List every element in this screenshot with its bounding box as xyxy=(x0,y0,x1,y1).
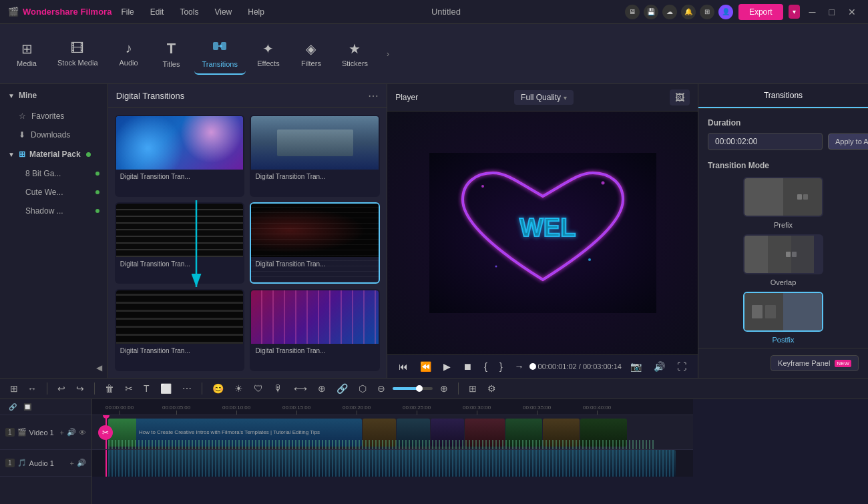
toolbar-effects[interactable]: ✦ Effects xyxy=(248,35,288,73)
toolbar-media[interactable]: ⊞ Media xyxy=(7,35,47,73)
step-back-button[interactable]: ⏪ xyxy=(417,359,435,374)
sidebar-downloads[interactable]: ⬇ Downloads xyxy=(0,125,107,144)
toolbar-transitions[interactable]: Transitions xyxy=(194,33,246,75)
menu-file[interactable]: File xyxy=(118,6,136,18)
transition-card-2[interactable]: Digital Transition Tran... xyxy=(250,115,380,197)
notification-icon[interactable]: 🔔 xyxy=(681,5,696,19)
postfix-label: Postfix xyxy=(772,336,794,344)
connect-button[interactable]: ⟷ xyxy=(290,381,310,396)
fullscreen-button[interactable]: ⛶ xyxy=(674,359,690,374)
crop-button[interactable]: ⬜ xyxy=(157,381,175,396)
video-add-button[interactable]: + xyxy=(60,428,64,437)
transition-card-1[interactable]: Digital Transition Tran... xyxy=(115,115,245,197)
mode-overlap[interactable]: Overlap xyxy=(708,234,859,286)
toolbar-stickers[interactable]: ★ Stickers xyxy=(334,35,376,73)
undo-button[interactable]: ↩ xyxy=(54,381,69,396)
audio-track-icon: 🎵 xyxy=(17,459,27,467)
mode-postfix[interactable]: Postfix xyxy=(708,292,859,344)
redo-button[interactable]: ↪ xyxy=(73,381,87,396)
video-eye-button[interactable]: 👁 xyxy=(79,428,86,437)
sidebar-shadow[interactable]: Shadow ... xyxy=(0,202,107,220)
close-button[interactable]: ✕ xyxy=(844,5,860,19)
split-button[interactable]: ⊕ xyxy=(314,381,329,396)
stop-button[interactable]: ⏹ xyxy=(459,359,475,374)
grid-icon[interactable]: ⊞ xyxy=(700,5,714,19)
insert-button[interactable]: → xyxy=(511,359,527,374)
mic-button[interactable]: 🎙 xyxy=(270,381,286,396)
menu-help[interactable]: Help xyxy=(245,6,267,18)
transition-card-4[interactable]: Digital Transition Tran... xyxy=(250,202,380,284)
minimize-button[interactable]: ─ xyxy=(805,5,820,19)
monitor-icon[interactable]: 🖥 xyxy=(625,5,640,19)
mine-chevron: ▼ xyxy=(8,92,15,99)
emoji-button[interactable]: 😊 xyxy=(209,381,227,396)
sidebar-cute[interactable]: Cute We... xyxy=(0,183,107,202)
toolbar-stock-media[interactable]: 🎞 Stock Media xyxy=(49,35,106,72)
play-button[interactable]: ▶ xyxy=(440,359,454,374)
sun-button[interactable]: ☀ xyxy=(231,381,246,396)
menu-view[interactable]: View xyxy=(212,6,234,18)
frame-button[interactable]: ⬡ xyxy=(355,381,370,396)
sidebar-mine-section[interactable]: ▼ Mine xyxy=(0,84,107,107)
titlebar: 🎬 Wondershare Filmora File Edit Tools Vi… xyxy=(0,0,868,24)
toolbar-titles[interactable]: T Titles xyxy=(152,35,192,73)
grid-view-button[interactable]: ⊞ xyxy=(465,381,480,396)
audio-add-button[interactable]: + xyxy=(70,459,74,467)
mark-in-button[interactable]: { xyxy=(481,359,491,374)
cloud-icon[interactable]: ☁ xyxy=(662,5,677,19)
sidebar-favorites[interactable]: ☆ Favorites xyxy=(0,107,107,125)
preview-screenshot-btn[interactable]: 🖼 xyxy=(670,89,690,105)
delete-button[interactable]: 🗑 xyxy=(101,381,118,396)
mode-prefix[interactable]: Prefix xyxy=(708,177,859,229)
transition-card-5[interactable]: Digital Transition Tran... xyxy=(115,289,245,371)
minus-speed[interactable]: ⊖ xyxy=(374,381,389,396)
sidebar-material-pack[interactable]: ▼ ⊞ Material Pack xyxy=(0,144,107,164)
apply-all-button[interactable]: Apply to All xyxy=(828,134,868,150)
toolbar-audio[interactable]: ♪ Audio xyxy=(109,35,149,72)
audio-stretch-button[interactable]: ↔ xyxy=(24,381,40,396)
scenes-button[interactable]: ⊞ xyxy=(7,381,21,396)
magnet-button[interactable]: 🔲 xyxy=(20,401,35,413)
tab-transitions[interactable]: Transitions xyxy=(698,84,868,108)
duration-input[interactable] xyxy=(708,133,823,150)
snap-button[interactable]: 🔗 xyxy=(5,401,20,413)
video-track-number: 1 xyxy=(5,428,15,437)
cut-button[interactable]: ✂ xyxy=(122,381,136,396)
settings-button[interactable]: ⚙ xyxy=(484,381,499,396)
transitions-more-button[interactable]: ⋯ xyxy=(368,89,379,102)
plus-speed[interactable]: ⊕ xyxy=(437,381,451,396)
shield-button[interactable]: 🛡 xyxy=(250,381,266,396)
card-3-label: Digital Transition Tran... xyxy=(116,257,244,271)
timeline-content: 🔗 🔲 1 🎬 Video 1 + 🔊 👁 1 🎵 Audio 1 + xyxy=(0,399,868,504)
video-speaker-button[interactable]: 🔊 xyxy=(67,428,76,437)
save-icon[interactable]: 💾 xyxy=(644,5,658,19)
sidebar-8bit[interactable]: 8 Bit Ga... xyxy=(0,164,107,183)
volume-button[interactable]: 🔊 xyxy=(650,359,668,374)
mode-overlap-preview xyxy=(743,234,823,274)
more-button[interactable]: ⋯ xyxy=(179,381,195,396)
keyframe-panel-button[interactable]: Keyframe Panel NEW xyxy=(771,355,859,371)
sidebar-collapse-button[interactable]: ◀ xyxy=(0,358,107,378)
ruler-label-area: 🔗 🔲 xyxy=(0,399,91,415)
text-button[interactable]: T xyxy=(140,381,153,396)
user-avatar[interactable]: 👤 xyxy=(718,5,733,19)
speed-slider-container[interactable] xyxy=(393,387,433,390)
shadow-badge xyxy=(95,209,99,213)
export-button[interactable]: Export xyxy=(738,4,783,20)
mark-out-button[interactable]: } xyxy=(496,359,506,374)
preview-header: Player Full Quality ▾ 🖼 xyxy=(387,84,698,111)
transition-card-6[interactable]: Digital Transition Tran... xyxy=(250,289,380,371)
link-button[interactable]: 🔗 xyxy=(333,381,351,396)
menu-tools[interactable]: Tools xyxy=(177,6,201,18)
toolbar-expand[interactable]: › xyxy=(381,47,395,61)
quality-selector[interactable]: Full Quality ▾ xyxy=(514,90,574,105)
screenshot-button[interactable]: 📷 xyxy=(627,359,645,374)
favorites-icon: ☆ xyxy=(19,111,26,121)
toolbar-filters[interactable]: ◈ Filters xyxy=(291,35,331,73)
export-dropdown[interactable]: ▾ xyxy=(789,5,800,19)
skip-back-button[interactable]: ⏮ xyxy=(395,359,411,374)
menu-edit[interactable]: Edit xyxy=(148,6,167,18)
transition-card-3[interactable]: Digital Transition Tran... xyxy=(115,202,245,284)
audio-speaker-button[interactable]: 🔊 xyxy=(77,459,86,467)
maximize-button[interactable]: □ xyxy=(825,5,839,19)
